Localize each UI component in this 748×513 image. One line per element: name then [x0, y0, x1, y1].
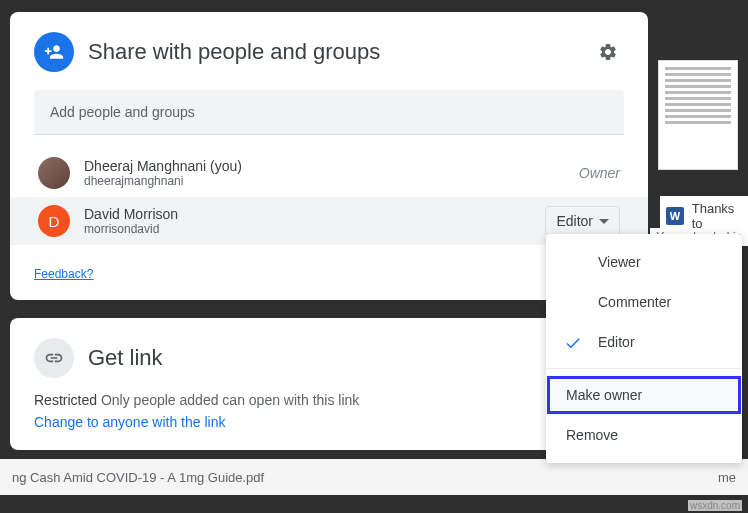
menu-item-remove[interactable]: Remove [546, 415, 742, 455]
add-people-input[interactable] [34, 90, 624, 135]
menu-item-label: Commenter [598, 294, 671, 310]
menu-item-label: Viewer [598, 254, 641, 270]
person-email: morrisondavid [84, 222, 531, 236]
link-icon [34, 338, 74, 378]
menu-item-editor[interactable]: Editor [546, 322, 742, 362]
change-access-link[interactable]: Change to anyone with the link [34, 414, 624, 430]
person-name: David Morrison [84, 206, 531, 222]
menu-divider [546, 368, 742, 369]
menu-item-commenter[interactable]: Commenter [546, 282, 742, 322]
getlink-header: Get link [34, 338, 624, 378]
check-icon [564, 334, 582, 355]
word-doc-icon: W [666, 207, 684, 225]
avatar: D [38, 205, 70, 237]
owner-label: Owner [579, 165, 620, 181]
share-dialog-title: Share with people and groups [88, 39, 578, 65]
file-owner: me [718, 470, 736, 485]
role-dropdown-menu: Viewer Commenter Editor Make owner Remov… [546, 234, 742, 463]
feedback-link[interactable]: Feedback? [34, 267, 93, 281]
person-name: Dheeraj Manghnani (you) [84, 158, 565, 174]
menu-item-label: Remove [566, 427, 618, 443]
person-info: David Morrison morrisondavid [84, 206, 531, 236]
menu-item-viewer[interactable]: Viewer [546, 242, 742, 282]
restricted-description: Restricted Only people added can open wi… [34, 392, 624, 408]
person-info: Dheeraj Manghnani (you) dheerajmanghnani [84, 158, 565, 188]
watermark: wsxdn.com [688, 500, 742, 511]
share-people-icon [34, 32, 74, 72]
menu-item-label: Editor [598, 334, 635, 350]
restricted-label: Restricted [34, 392, 97, 408]
avatar [38, 157, 70, 189]
role-dropdown[interactable]: Editor [545, 206, 620, 236]
share-dialog-header: Share with people and groups [34, 32, 624, 72]
settings-button[interactable] [592, 36, 624, 68]
sidebar-file-label: Thanks to [692, 201, 748, 231]
chevron-down-icon [599, 219, 609, 224]
file-preview-thumbnail [658, 60, 738, 170]
file-name: ng Cash Amid COVID-19 - A 1mg Guide.pdf [12, 470, 538, 485]
person-email: dheerajmanghnani [84, 174, 565, 188]
menu-item-make-owner[interactable]: Make owner [546, 375, 742, 415]
gear-icon [598, 42, 618, 62]
person-row-owner: Dheeraj Manghnani (you) dheerajmanghnani… [34, 149, 624, 197]
file-list-row[interactable]: ng Cash Amid COVID-19 - A 1mg Guide.pdf … [0, 459, 748, 495]
getlink-title: Get link [88, 345, 163, 371]
restricted-text: Only people added can open with this lin… [101, 392, 359, 408]
role-dropdown-label: Editor [556, 213, 593, 229]
menu-item-label: Make owner [566, 387, 642, 403]
